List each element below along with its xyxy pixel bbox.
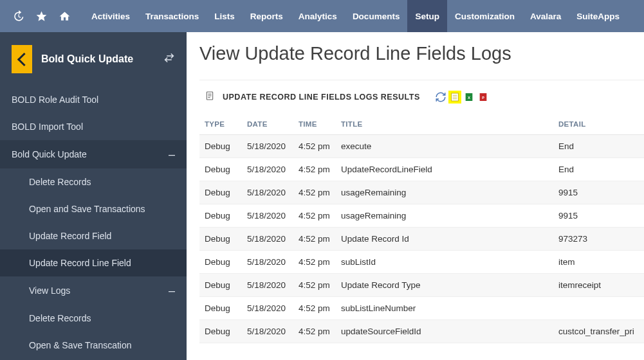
cell-type: Debug bbox=[199, 228, 242, 251]
cell-type: Debug bbox=[199, 320, 242, 343]
cell-date: 5/18/2020 bbox=[242, 158, 293, 181]
results-title: UPDATE RECORD LINE FIELDS LOGS RESULTS bbox=[223, 93, 420, 102]
cell-date: 5/18/2020 bbox=[242, 228, 293, 251]
cell-time: 4:52 pm bbox=[293, 228, 336, 251]
sidebar: Bold Quick Update BOLD Role Audit Tool B… bbox=[0, 32, 187, 360]
sidebar-section-bold-quick-update[interactable]: Bold Quick Update– bbox=[0, 140, 187, 168]
table-row[interactable]: Debug5/18/20204:52 pmexecuteEnd bbox=[199, 135, 644, 158]
cell-detail bbox=[553, 297, 644, 320]
cell-type: Debug bbox=[199, 204, 242, 228]
nav-setup[interactable]: Setup bbox=[407, 0, 447, 32]
cell-time: 4:52 pm bbox=[293, 181, 336, 204]
cell-title: usageRemaining bbox=[336, 181, 553, 204]
nav-reports[interactable]: Reports bbox=[243, 0, 291, 32]
cell-detail: 9915 bbox=[553, 204, 644, 228]
cell-date: 5/18/2020 bbox=[242, 204, 293, 228]
cell-time: 4:52 pm bbox=[293, 274, 336, 297]
cell-date: 5/18/2020 bbox=[242, 181, 293, 204]
cell-type: Debug bbox=[199, 274, 242, 297]
cell-time: 4:52 pm bbox=[293, 320, 336, 343]
export-pdf-icon[interactable]: P bbox=[477, 91, 490, 104]
table-row[interactable]: Debug5/18/20204:52 pmusageRemaining9915 bbox=[199, 181, 644, 204]
results-panel: UPDATE RECORD LINE FIELDS LOGS RESULTS X bbox=[199, 80, 644, 343]
cell-time: 4:52 pm bbox=[293, 158, 336, 181]
cell-type: Debug bbox=[199, 135, 242, 158]
col-title[interactable]: TITLE bbox=[336, 114, 553, 135]
cell-title: updateSourceFieldId bbox=[336, 320, 553, 343]
nav-activities[interactable]: Activities bbox=[84, 0, 138, 32]
cell-detail: 973273 bbox=[553, 228, 644, 251]
cell-title: subListLineNumber bbox=[336, 297, 553, 320]
sidebar-item-import-tool[interactable]: BOLD Import Tool bbox=[0, 113, 187, 140]
sidebar-item-delete-records-2[interactable]: Delete Records bbox=[0, 305, 187, 332]
nav-transactions[interactable]: Transactions bbox=[138, 0, 207, 32]
cell-detail: 9915 bbox=[553, 181, 644, 204]
cell-detail: itemreceipt bbox=[553, 274, 644, 297]
nav-documents[interactable]: Documents bbox=[345, 0, 408, 32]
table-row[interactable]: Debug5/18/20204:52 pmupdateSourceFieldId… bbox=[199, 320, 644, 343]
table-row[interactable]: Debug5/18/20204:52 pmusageRemaining9915 bbox=[199, 204, 644, 228]
cell-type: Debug bbox=[199, 297, 242, 320]
document-icon bbox=[205, 89, 215, 105]
sidebar-section-view-logs[interactable]: View Logs– bbox=[0, 276, 187, 305]
sidebar-item-update-record-field[interactable]: Update Record Field bbox=[0, 222, 187, 249]
log-table: TYPE DATE TIME TITLE DETAIL Debug5/18/20… bbox=[199, 114, 644, 343]
cell-detail: End bbox=[553, 158, 644, 181]
nav-suiteapps[interactable]: SuiteApps bbox=[569, 0, 627, 32]
export-csv-icon[interactable] bbox=[448, 91, 461, 104]
table-row[interactable]: Debug5/18/20204:52 pmUpdate Record Typei… bbox=[199, 274, 644, 297]
swap-icon[interactable] bbox=[163, 52, 175, 66]
page-title: View Update Record Line Fields Logs bbox=[199, 35, 644, 76]
cell-date: 5/18/2020 bbox=[242, 320, 293, 343]
table-row[interactable]: Debug5/18/20204:52 pmsubListIditem bbox=[199, 251, 644, 274]
sidebar-item-update-record-line-field[interactable]: Update Record Line Field bbox=[0, 249, 187, 276]
col-detail[interactable]: DETAIL bbox=[553, 114, 644, 135]
col-type[interactable]: TYPE bbox=[199, 114, 242, 135]
cell-time: 4:52 pm bbox=[293, 204, 336, 228]
sidebar-header: Bold Quick Update bbox=[0, 32, 187, 86]
table-row[interactable]: Debug5/18/20204:52 pmUpdate Record Id973… bbox=[199, 228, 644, 251]
sidebar-item-open-save-transcation[interactable]: Open & Save Transcation bbox=[0, 332, 187, 359]
export-xls-icon[interactable]: X bbox=[463, 91, 475, 104]
cell-time: 4:52 pm bbox=[293, 297, 336, 320]
col-time[interactable]: TIME bbox=[293, 114, 336, 135]
cell-time: 4:52 pm bbox=[293, 135, 336, 158]
cell-title: Update Record Id bbox=[336, 228, 553, 251]
sidebar-logo-icon bbox=[12, 45, 32, 73]
nav-avalara[interactable]: Avalara bbox=[522, 0, 569, 32]
star-icon[interactable] bbox=[30, 4, 53, 28]
main-content: View Update Record Line Fields Logs UPDA… bbox=[187, 35, 644, 360]
cell-date: 5/18/2020 bbox=[242, 251, 293, 274]
collapse-icon: – bbox=[169, 285, 175, 296]
cell-type: Debug bbox=[199, 251, 242, 274]
top-nav-items: Activities Transactions Lists Reports An… bbox=[84, 0, 627, 32]
cell-date: 5/18/2020 bbox=[242, 135, 293, 158]
cell-date: 5/18/2020 bbox=[242, 297, 293, 320]
collapse-icon: – bbox=[169, 148, 175, 160]
top-nav-bar: Activities Transactions Lists Reports An… bbox=[0, 0, 644, 32]
nav-lists[interactable]: Lists bbox=[207, 0, 243, 32]
table-row[interactable]: Debug5/18/20204:52 pmsubListLineNumber bbox=[199, 297, 644, 320]
cell-detail: End bbox=[553, 135, 644, 158]
cell-date: 5/18/2020 bbox=[242, 274, 293, 297]
sidebar-item-role-audit[interactable]: BOLD Role Audit Tool bbox=[0, 86, 187, 113]
sidebar-title: Bold Quick Update bbox=[41, 53, 133, 65]
cell-type: Debug bbox=[199, 181, 242, 204]
home-icon[interactable] bbox=[53, 4, 76, 28]
cell-title: subListId bbox=[336, 251, 553, 274]
refresh-icon[interactable] bbox=[434, 91, 447, 104]
table-row[interactable]: Debug5/18/20204:52 pmUpdateRecordLineFie… bbox=[199, 158, 644, 181]
recent-icon[interactable] bbox=[6, 4, 30, 28]
sidebar-item-delete-records[interactable]: Delete Records bbox=[0, 168, 187, 195]
cell-title: execute bbox=[336, 135, 553, 158]
cell-type: Debug bbox=[199, 158, 242, 181]
cell-detail: item bbox=[553, 251, 644, 274]
nav-customization[interactable]: Customization bbox=[447, 0, 522, 32]
col-date[interactable]: DATE bbox=[242, 114, 293, 135]
nav-analytics[interactable]: Analytics bbox=[291, 0, 345, 32]
cell-title: usageRemaining bbox=[336, 204, 553, 228]
sidebar-item-open-save-transactions[interactable]: Open and Save Transactions bbox=[0, 195, 187, 222]
svg-text:P: P bbox=[482, 96, 484, 100]
cell-time: 4:52 pm bbox=[293, 251, 336, 274]
results-header: UPDATE RECORD LINE FIELDS LOGS RESULTS X bbox=[199, 80, 644, 114]
